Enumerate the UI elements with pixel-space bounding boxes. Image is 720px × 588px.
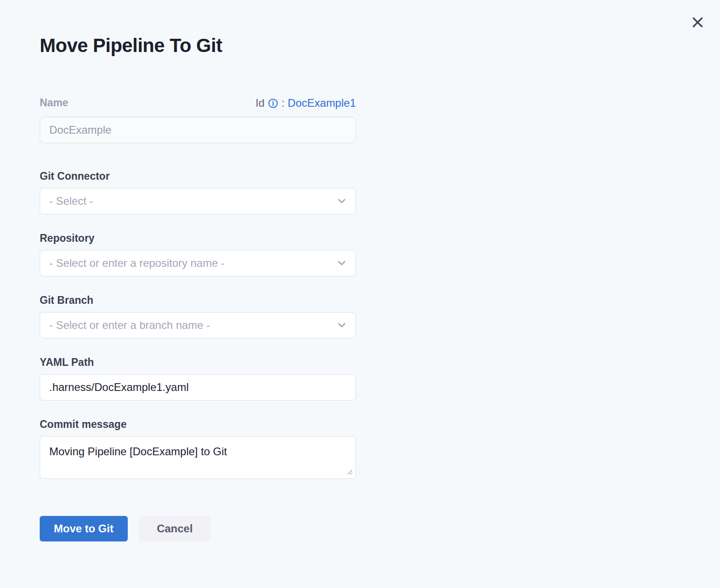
- close-icon: [691, 16, 704, 29]
- git-connector-input[interactable]: [40, 188, 356, 214]
- commit-message-field-group: Commit message Moving Pipeline [DocExamp…: [40, 417, 356, 479]
- modal-actions: Move to Git Cancel: [40, 516, 356, 541]
- yaml-path-input[interactable]: [40, 374, 356, 401]
- modal-content: Move Pipeline To Git Name Id: [40, 34, 356, 541]
- git-connector-label: Git Connector: [40, 169, 356, 183]
- yaml-path-label: YAML Path: [40, 355, 356, 369]
- move-to-git-button[interactable]: Move to Git: [40, 516, 128, 541]
- id-info-button[interactable]: [268, 98, 278, 109]
- repository-label: Repository: [40, 231, 356, 245]
- repository-input[interactable]: [40, 250, 356, 276]
- commit-message-label: Commit message: [40, 417, 356, 431]
- git-branch-field-group: Git Branch: [40, 293, 356, 338]
- move-pipeline-to-git-modal: Move Pipeline To Git Name Id: [0, 0, 720, 588]
- repository-select[interactable]: [40, 250, 356, 276]
- commit-message-textarea[interactable]: Moving Pipeline [DocExample] to Git: [40, 436, 356, 479]
- cancel-button[interactable]: Cancel: [139, 516, 211, 541]
- close-button[interactable]: [689, 14, 706, 31]
- name-input[interactable]: [40, 117, 356, 143]
- move-to-git-form: Name Id : DocExample1: [40, 96, 356, 541]
- repository-field-group: Repository: [40, 231, 356, 276]
- git-branch-select[interactable]: [40, 312, 356, 338]
- name-label: Name: [40, 96, 68, 109]
- git-connector-select[interactable]: [40, 188, 356, 214]
- pipeline-id-row: Id : DocExample1: [256, 97, 356, 109]
- name-field-group: Name Id : DocExample1: [40, 96, 356, 143]
- id-separator: :: [282, 97, 285, 109]
- info-icon: [268, 98, 278, 109]
- git-branch-label: Git Branch: [40, 293, 356, 307]
- pipeline-id-value[interactable]: DocExample1: [288, 97, 356, 109]
- git-branch-input[interactable]: [40, 312, 356, 338]
- modal-title: Move Pipeline To Git: [40, 34, 356, 57]
- name-header-row: Name Id : DocExample1: [40, 96, 356, 109]
- yaml-path-field-group: YAML Path: [40, 355, 356, 401]
- git-connector-field-group: Git Connector: [40, 169, 356, 214]
- id-label: Id: [256, 97, 265, 109]
